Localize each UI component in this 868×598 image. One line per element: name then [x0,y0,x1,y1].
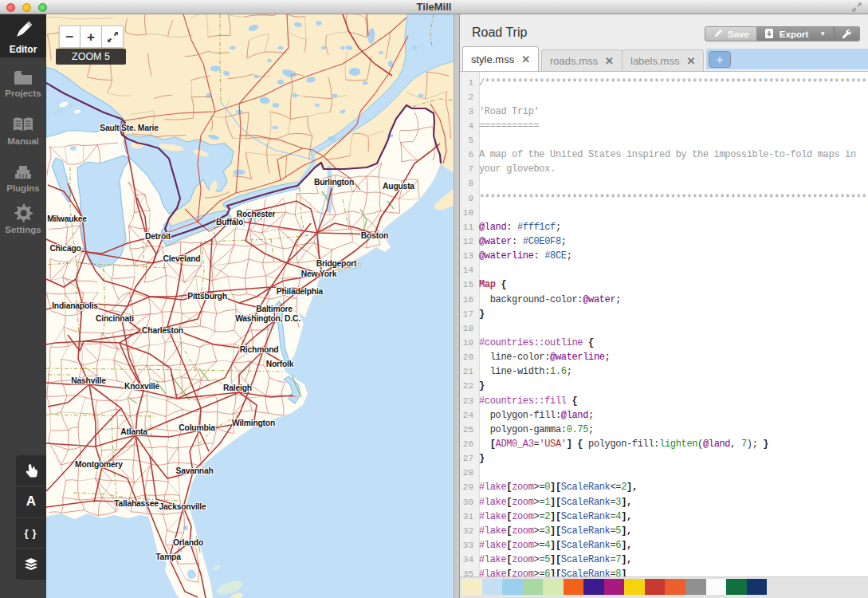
svg-text:Atlanta: Atlanta [120,427,147,436]
svg-text:Columbia: Columbia [179,423,215,432]
svg-text:Orlando: Orlando [173,538,203,547]
svg-text:Cincinnati: Cincinnati [96,314,134,323]
svg-text:Savannah: Savannah [175,466,213,475]
svg-text:Montgomery: Montgomery [75,460,123,469]
svg-text:Washington, D.C.: Washington, D.C. [235,314,300,323]
svg-text:Bridgeport: Bridgeport [316,259,357,268]
svg-text:Richmond: Richmond [240,345,279,354]
svg-text:Jacksonville: Jacksonville [159,502,206,511]
svg-text:Indianapolis: Indianapolis [52,301,98,310]
svg-text:Rochester: Rochester [237,210,276,218]
svg-text:Charleston: Charleston [142,326,183,335]
svg-text:Wilmington: Wilmington [232,419,275,427]
svg-text:Sault Ste. Marie: Sault Ste. Marie [100,124,159,132]
svg-text:Norfolk: Norfolk [266,360,294,368]
svg-text:Chicago: Chicago [49,244,81,253]
svg-text:Raleigh: Raleigh [223,384,252,392]
svg-text:Nashville: Nashville [71,376,106,385]
svg-text:Buffalo: Buffalo [216,218,243,226]
svg-text:Pittsburgh: Pittsburgh [187,292,226,301]
svg-text:Knoxville: Knoxville [124,382,159,391]
svg-text:Milwaukee: Milwaukee [47,214,87,223]
svg-text:Boston: Boston [361,231,388,240]
svg-text:Tampa: Tampa [155,553,181,561]
svg-text:Tallahassee: Tallahassee [114,499,159,508]
svg-text:Burlington: Burlington [314,178,354,187]
svg-text:Baltimore: Baltimore [256,305,293,313]
svg-text:New York: New York [301,269,337,278]
svg-text:Detroit: Detroit [145,232,171,241]
svg-text:Philadelphia: Philadelphia [277,287,324,296]
svg-text:Cleveland: Cleveland [163,254,201,263]
svg-text:Augusta: Augusta [383,182,414,191]
